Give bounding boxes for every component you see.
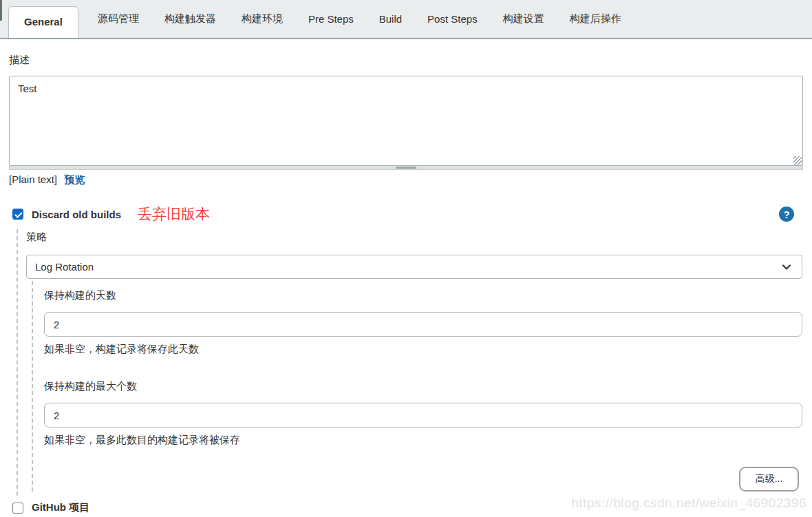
max-builds-input[interactable] [44,403,802,428]
tab-build-environment[interactable]: 构建环境 [242,12,283,25]
strategy-label: 策略 [26,229,803,244]
strategy-selected-value: Log Rotation [35,261,781,273]
screen-edge-artifact [0,0,2,21]
github-project-row: GitHub 项目 [9,501,803,514]
red-annotation-text: 丢弃旧版本 [138,204,210,224]
description-textarea-wrap: Test [9,76,803,166]
days-to-keep-label: 保持构建的天数 [44,288,803,302]
discard-old-builds-label[interactable]: Discard old builds [32,209,121,220]
advanced-button[interactable]: 高级... [739,467,799,492]
help-icon[interactable]: ? [779,207,794,222]
tab-build-settings[interactable]: 构建设置 [503,12,544,25]
description-textarea[interactable]: Test [9,76,803,166]
tab-post-build-actions[interactable]: 构建后操作 [570,12,621,25]
discard-old-builds-checkbox[interactable] [12,209,23,220]
tab-build[interactable]: Build [379,13,402,25]
discard-old-builds-row: Discard old builds 丢弃旧版本 ? [9,204,803,224]
description-format-line: [Plain text] 预览 [9,173,803,187]
strategy-select[interactable]: Log Rotation [26,255,802,279]
discard-old-builds-section: 策略 Log Rotation 保持构建的天数 如果非空，构建记录将保存此天数 … [17,229,803,496]
days-to-keep-help: 如果非空，构建记录将保存此天数 [44,343,803,356]
advanced-row: 高级... [44,467,803,492]
tab-post-steps[interactable]: Post Steps [427,13,478,25]
preview-link[interactable]: 预览 [64,173,85,185]
tab-source-code-management[interactable]: 源码管理 [98,12,139,25]
github-project-checkbox[interactable] [12,503,23,514]
general-config-panel: 描述 Test [Plain text] 预览 Discard old buil… [0,54,812,514]
github-project-label[interactable]: GitHub 项目 [32,501,89,514]
textarea-resize-handle[interactable] [9,166,803,170]
max-builds-help: 如果非空，最多此数目的构建记录将被保存 [44,434,803,447]
tab-build-triggers[interactable]: 构建触发器 [164,12,216,25]
tab-pre-steps[interactable]: Pre Steps [308,13,354,25]
days-to-keep-input[interactable] [44,312,802,337]
format-note: [Plain text] [9,173,57,185]
chevron-down-icon [781,262,792,273]
tab-general[interactable]: General [8,6,78,38]
log-rotation-section: 保持构建的天数 如果非空，构建记录将保存此天数 保持构建的最大个数 如果非空，最… [32,281,803,492]
max-builds-label: 保持构建的最大个数 [44,379,803,393]
description-label: 描述 [9,54,803,67]
config-tabbar: General 源码管理 构建触发器 构建环境 Pre Steps Build … [0,0,812,39]
drag-grip-icon [396,167,416,169]
